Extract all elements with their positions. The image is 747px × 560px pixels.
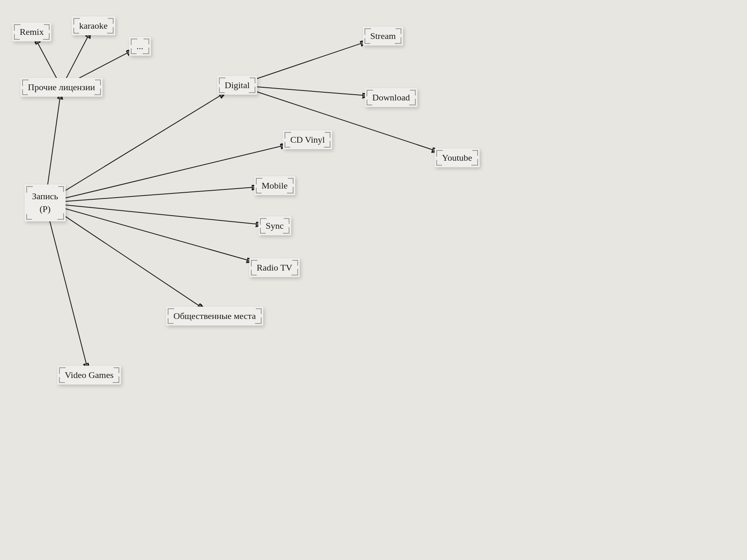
node-stream: Stream: [363, 27, 403, 46]
node-public: Общественные места: [166, 307, 263, 326]
svg-line-12: [254, 87, 367, 96]
node-mobile: Mobile: [254, 176, 295, 195]
node-prochie: Прочие лицензии: [20, 78, 102, 97]
node-zapis: Запись(P): [25, 184, 66, 221]
node-cd-vinyl: CD Vinyl: [283, 130, 332, 149]
node-karaoke: karaoke: [72, 16, 115, 35]
node-download: Download: [365, 88, 417, 107]
svg-line-1: [36, 39, 58, 81]
node-radio-tv: Radio TV: [249, 258, 300, 277]
svg-line-7: [62, 205, 261, 224]
node-sync: Sync: [258, 216, 291, 235]
svg-line-6: [62, 187, 257, 202]
svg-line-8: [62, 208, 251, 261]
node-dots: ...: [129, 37, 151, 56]
svg-line-11: [254, 42, 365, 80]
svg-line-0: [47, 94, 60, 188]
node-remix: Remix: [12, 23, 51, 41]
svg-line-10: [49, 218, 88, 368]
svg-line-4: [63, 93, 224, 192]
svg-line-9: [63, 215, 203, 308]
node-youtube: Youtube: [435, 148, 480, 167]
node-digital: Digital: [217, 76, 257, 95]
arrows-diagram: [0, 0, 747, 560]
svg-line-3: [77, 51, 131, 80]
svg-line-5: [62, 145, 285, 199]
node-video-games: Video Games: [57, 366, 121, 385]
svg-line-2: [65, 33, 90, 81]
